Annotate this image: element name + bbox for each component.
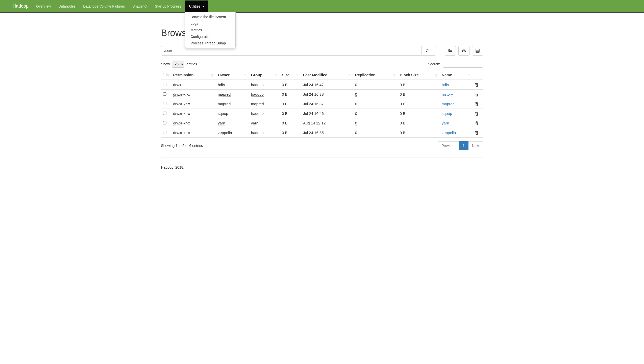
upload-button[interactable] [458, 46, 469, 56]
footer-text: Hadoop, 2018. [161, 163, 483, 179]
col-owner[interactable]: Owner⇅ [216, 70, 249, 80]
row-checkbox[interactable] [163, 92, 166, 96]
size-cell: 0 B [280, 99, 301, 109]
row-checkbox[interactable] [163, 121, 166, 124]
name-link[interactable]: hdfs [442, 83, 449, 87]
replication-cell[interactable]: 0 [355, 83, 357, 87]
row-checkbox[interactable] [163, 112, 166, 115]
folder-open-icon [448, 49, 453, 53]
col-replication[interactable]: Replication⇅ [353, 70, 398, 80]
col-name[interactable]: Name⇅ [440, 70, 473, 80]
list-button[interactable] [472, 46, 483, 56]
dropdown-logs[interactable]: Logs [185, 20, 235, 27]
dropdown-metrics[interactable]: Metrics [185, 27, 235, 33]
owner-cell[interactable]: mapred [218, 102, 231, 106]
page-1-button[interactable]: 1 [459, 141, 468, 150]
owner-cell[interactable]: yarn [218, 121, 225, 125]
modified-cell: Jul 24 16:37 [301, 99, 353, 109]
blocksize-cell: 0 B [398, 90, 440, 99]
entries-select[interactable]: 25 [172, 61, 184, 68]
trash-icon[interactable] [475, 83, 481, 87]
group-cell[interactable]: yarn [251, 121, 258, 125]
nav-snapshot[interactable]: Snapshot [129, 1, 151, 12]
replication-cell[interactable]: 0 [355, 102, 357, 106]
permission-cell[interactable]: drwx------ [173, 83, 189, 87]
col-modified[interactable]: Last Modified⇅ [301, 70, 353, 80]
prev-page-button[interactable]: Previous [438, 141, 459, 150]
blocksize-cell: 0 B [398, 118, 440, 128]
group-cell[interactable]: mapred [251, 102, 264, 106]
col-size[interactable]: Size⇅ [280, 70, 301, 80]
sort-icon: ⇅ [244, 73, 247, 77]
search-label: Search: [428, 62, 440, 66]
col-permission[interactable]: Permission⇅ [171, 70, 216, 80]
divider [161, 158, 483, 158]
name-link[interactable]: sqoop [442, 111, 452, 116]
group-cell[interactable]: hadoop [251, 83, 264, 87]
row-checkbox[interactable] [163, 131, 166, 134]
trash-icon[interactable] [475, 131, 481, 135]
owner-cell[interactable]: sqoop [218, 111, 228, 116]
nav-overview[interactable]: Overview [32, 1, 55, 12]
dropdown-configuration[interactable]: Configuration [185, 33, 235, 40]
name-link[interactable]: yarn [442, 121, 449, 125]
row-checkbox[interactable] [163, 83, 166, 86]
owner-cell[interactable]: zeppelin [218, 131, 232, 135]
size-cell: 0 B [280, 90, 301, 99]
name-link[interactable]: zeppelin [442, 131, 456, 135]
utilities-dropdown: Browse the file system Logs Metrics Conf… [185, 12, 236, 48]
nav-utilities[interactable]: Utilities Browse the file system Logs Me… [185, 1, 208, 12]
permission-cell[interactable]: drwxr-xr-x [173, 111, 190, 116]
pagination: Previous 1 Next [438, 141, 483, 150]
trash-icon[interactable] [475, 92, 481, 96]
group-cell[interactable]: hadoop [251, 131, 264, 135]
blocksize-cell: 0 B [398, 128, 440, 138]
select-all-checkbox[interactable] [163, 73, 166, 76]
replication-cell[interactable]: 0 [355, 131, 357, 135]
table-row: drwxr-xr-xmapredmapred0 BJul 24 16:3700 … [161, 99, 483, 109]
file-table: ⇅ Permission⇅ Owner⇅ Group⇅ Size⇅ Last M… [161, 70, 483, 138]
go-button[interactable]: Go! [422, 46, 436, 56]
table-row: drwxr-xr-xzeppelinhadoop0 BJul 24 16:350… [161, 128, 483, 138]
dropdown-thread-dump[interactable]: Process Thread Dump [185, 40, 235, 46]
modified-cell: Jul 24 16:38 [301, 90, 353, 99]
sort-icon: ⇅ [348, 73, 351, 77]
table-row: drwxr-xr-xsqoophadoop0 BJul 24 16:4600 B… [161, 109, 483, 118]
size-cell: 0 B [280, 128, 301, 138]
trash-icon[interactable] [475, 112, 481, 116]
nav-volume-failures[interactable]: Datanode Volume Failures [79, 1, 129, 12]
open-folder-button[interactable] [445, 46, 456, 56]
table-row: drwx------hdfshadoop0 BJul 24 16:4700 Bh… [161, 80, 483, 90]
replication-cell[interactable]: 0 [355, 121, 357, 125]
replication-cell[interactable]: 0 [355, 92, 357, 97]
trash-icon[interactable] [475, 102, 481, 106]
group-cell[interactable]: hadoop [251, 92, 264, 97]
modified-cell: Jul 24 16:35 [301, 128, 353, 138]
brand-link[interactable]: Hadoop [13, 0, 32, 13]
row-checkbox[interactable] [163, 102, 166, 105]
search-input[interactable] [443, 61, 483, 68]
group-cell[interactable]: hadoop [251, 111, 264, 116]
dropdown-browse-fs[interactable]: Browse the file system [185, 14, 235, 20]
permission-cell[interactable]: drwxr-xr-x [173, 131, 190, 135]
modified-cell: Aug 14 12:12 [301, 118, 353, 128]
permission-cell[interactable]: drwxr-xr-x [173, 102, 190, 106]
nav-datanodes[interactable]: Datanodes [55, 1, 79, 12]
size-cell: 0 B [280, 80, 301, 90]
nav-startup-progress[interactable]: Startup Progress [151, 1, 185, 12]
next-page-button[interactable]: Next [468, 141, 483, 150]
replication-cell[interactable]: 0 [355, 111, 357, 116]
permission-cell[interactable]: drwxr-xr-x [173, 92, 190, 97]
show-label: Show [161, 62, 170, 66]
col-group[interactable]: Group⇅ [249, 70, 280, 80]
trash-icon[interactable] [475, 121, 481, 125]
name-link[interactable]: mapred [442, 102, 455, 106]
table-row: drwxr-xr-xmapredhadoop0 BJul 24 16:3800 … [161, 90, 483, 99]
permission-cell[interactable]: drwxr-xr-x [173, 121, 190, 125]
owner-cell[interactable]: hdfs [218, 83, 225, 87]
name-link[interactable]: history [442, 92, 453, 96]
show-entries: Show 25 entries [161, 61, 197, 68]
entries-label: entries [186, 62, 197, 66]
owner-cell[interactable]: mapred [218, 92, 231, 97]
col-blocksize[interactable]: Block Size⇅ [398, 70, 440, 80]
